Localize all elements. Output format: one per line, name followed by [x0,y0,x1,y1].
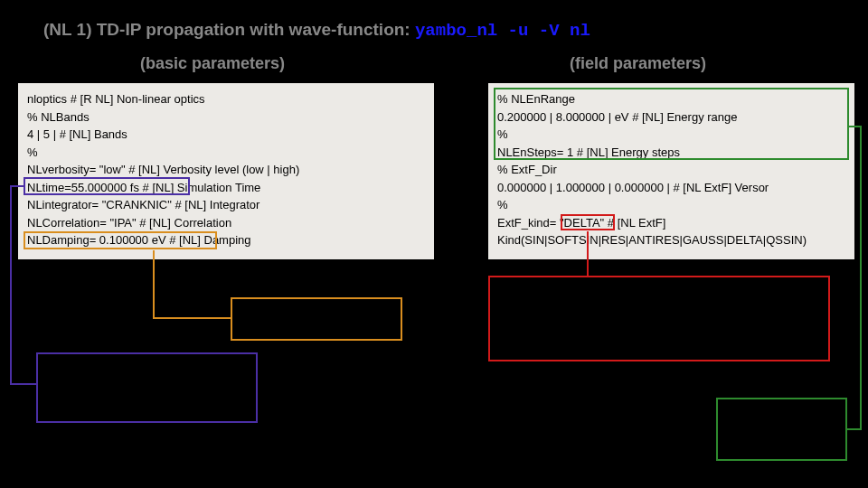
slide-title: (NL 1) TD-IP propagation with wave-funct… [43,20,590,41]
callout-red [488,276,830,361]
line-extfdir-close: % [497,196,845,214]
title-command: yambo_nl -u -V nl [415,21,590,41]
highlight-nltime [24,177,190,195]
subhead-basic: (basic parameters) [140,54,285,73]
line-nlbands-close: % [27,144,425,162]
line-extfdir-open: % ExtF_Dir [497,161,845,179]
highlight-extfkind-delta [561,214,615,230]
line-nlcorrelation: NLCorrelation= "IPA" # [NL] Correlation [27,214,425,232]
line-nloptics: nloptics # [R NL] Non-linear optics [27,90,425,108]
highlight-nldamping [24,231,217,249]
line-extfdir-val: 0.000000 | 1.000000 | 0.000000 | # [NL E… [497,179,845,197]
line-extfkind: ExtF_kind= "DELTA" # [NL ExtF] [497,214,845,232]
line-nlintegrator: NLintegrator= "CRANKNIC" # [NL] Integrat… [27,196,425,214]
line-nlbands-val: 4 | 5 | # [NL] Bands [27,126,425,144]
title-prefix: (NL 1) TD-IP propagation with wave-funct… [43,20,415,39]
callout-purple [36,352,258,423]
callout-green [716,398,847,461]
highlight-nlenrange-steps [494,88,849,160]
callout-orange [231,297,402,341]
line-extfkind-options: Kind(SIN|SOFTSIN|RES|ANTIRES|GAUSS|DELTA… [497,231,845,249]
subhead-field: (field parameters) [570,54,706,73]
line-nlbands-open: % NLBands [27,108,425,127]
line-nlverbosity: NLverbosity= "low" # [NL] Verbosity leve… [27,161,425,179]
